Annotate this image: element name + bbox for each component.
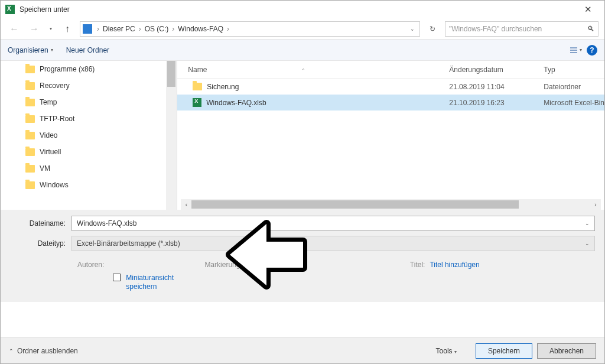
view-options-button[interactable]: ▾ bbox=[568, 43, 583, 58]
horizontal-scrollbar[interactable]: ‹ › bbox=[181, 199, 601, 210]
nav-row: ← → ▾ ↑ › Dieser PC › OS (C:) › Windows-… bbox=[1, 18, 604, 40]
file-date: 21.10.2019 16:23 bbox=[449, 99, 544, 107]
excel-file-icon bbox=[193, 98, 201, 107]
filetype-label: Dateityp: bbox=[10, 239, 71, 248]
folder-icon bbox=[193, 83, 202, 90]
hide-folders-button[interactable]: ⌃ Ordner ausblenden bbox=[9, 347, 78, 355]
folder-icon bbox=[25, 82, 35, 90]
scrollbar-thumb[interactable] bbox=[167, 61, 175, 87]
arrow-right-icon: → bbox=[30, 24, 39, 34]
breadcrumb-item[interactable]: OS (C:) bbox=[144, 25, 170, 33]
folder-icon bbox=[25, 132, 35, 139]
bottom-bar: ⌃ Ordner ausblenden Tools ▾ Speichern Ab… bbox=[1, 337, 604, 363]
tags-label: Markierungen bbox=[204, 261, 248, 269]
tree-item-label: VM bbox=[40, 164, 50, 173]
new-folder-label: Neuer Ordner bbox=[66, 46, 109, 54]
folder-icon bbox=[25, 181, 35, 189]
folder-icon bbox=[25, 115, 35, 123]
title-add-link[interactable]: Titel hinzufügen bbox=[430, 261, 479, 269]
sort-indicator-icon: ⌃ bbox=[301, 68, 305, 73]
file-list: Name⌃ Änderungsdatum Typ Sicherung 21.08… bbox=[177, 61, 604, 210]
tree-item[interactable]: Windows bbox=[1, 177, 177, 193]
tree-scrollbar[interactable] bbox=[166, 61, 177, 210]
tree-item-label: Windows bbox=[40, 181, 69, 189]
tags-add-link[interactable]: rung hinzufügen bbox=[253, 261, 304, 269]
titlebar: Speichern unter ✕ bbox=[1, 1, 604, 18]
tree-item[interactable]: TFTP-Root bbox=[1, 110, 177, 127]
file-type: Microsoft Excel-Bin bbox=[544, 99, 604, 107]
file-name: Sicherung bbox=[207, 83, 239, 91]
pc-icon bbox=[83, 24, 92, 34]
chevron-up-icon: ⌃ bbox=[9, 348, 14, 354]
new-folder-button[interactable]: Neuer Ordner bbox=[66, 46, 109, 54]
refresh-icon: ↻ bbox=[430, 25, 435, 33]
cancel-button[interactable]: Abbrechen bbox=[537, 343, 596, 359]
forward-button[interactable]: → bbox=[27, 21, 42, 37]
refresh-button[interactable]: ↻ bbox=[425, 21, 440, 37]
breadcrumb-item[interactable]: Windows-FAQ bbox=[177, 25, 225, 33]
column-date[interactable]: Änderungsdatum bbox=[449, 66, 544, 74]
filetype-value: Excel-Binärarbeitsmappe (*.xlsb) bbox=[77, 239, 180, 248]
organize-label: Organisieren bbox=[8, 46, 48, 54]
search-input[interactable]: "Windows-FAQ" durchsuchen 🔍︎ bbox=[445, 21, 599, 37]
column-type[interactable]: Typ bbox=[544, 66, 604, 74]
tree-item-label: TFTP-Root bbox=[40, 115, 74, 123]
filename-value: Windows-FAQ.xlsb bbox=[77, 219, 136, 228]
chevron-down-icon[interactable]: ⌄ bbox=[410, 26, 417, 32]
filetype-select[interactable]: Excel-Binärarbeitsmappe (*.xlsb) ⌄ bbox=[71, 236, 595, 251]
column-headers: Name⌃ Änderungsdatum Typ bbox=[177, 61, 604, 79]
list-view-icon bbox=[569, 46, 580, 54]
tree-item-label: Virtuell bbox=[40, 148, 61, 156]
tree-item[interactable]: Video bbox=[1, 127, 177, 144]
column-name[interactable]: Name⌃ bbox=[177, 66, 449, 74]
chevron-down-icon: ▾ bbox=[580, 47, 582, 53]
excel-app-icon bbox=[5, 5, 15, 14]
file-row[interactable]: Windows-FAQ.xlsb 21.10.2019 16:23 Micros… bbox=[177, 95, 604, 110]
folder-icon bbox=[25, 66, 35, 73]
chevron-right-icon: › bbox=[225, 25, 232, 33]
close-icon[interactable]: ✕ bbox=[576, 4, 600, 15]
chevron-down-icon: ▾ bbox=[51, 47, 53, 53]
up-button[interactable]: ↑ bbox=[60, 21, 75, 37]
body: Programme (x86) Recovery Temp TFTP-Root … bbox=[1, 61, 604, 210]
breadcrumb-item[interactable]: Dieser PC bbox=[102, 25, 136, 33]
tree-item-label: Programme (x86) bbox=[40, 65, 95, 73]
save-button[interactable]: Speichern bbox=[476, 343, 532, 359]
history-dropdown[interactable]: ▾ bbox=[47, 21, 55, 37]
breadcrumb[interactable]: › Dieser PC › OS (C:) › Windows-FAQ › ⌄ bbox=[80, 21, 420, 37]
tree-item[interactable]: VM bbox=[1, 160, 177, 177]
tools-label: Tools bbox=[436, 347, 453, 355]
folder-icon bbox=[25, 99, 35, 106]
tree-item[interactable]: Virtuell bbox=[1, 144, 177, 160]
chevron-down-icon[interactable]: ⌄ bbox=[585, 240, 590, 246]
organize-menu[interactable]: Organisieren ▾ bbox=[8, 46, 53, 54]
file-row[interactable]: Sicherung 21.08.2019 11:04 Dateiordner bbox=[177, 79, 604, 95]
tree-item[interactable]: Temp bbox=[1, 94, 177, 110]
chevron-down-icon[interactable]: ⌄ bbox=[585, 220, 590, 226]
thumbnail-checkbox[interactable] bbox=[113, 274, 121, 281]
scrollbar-thumb[interactable] bbox=[191, 200, 518, 209]
filename-input[interactable]: Windows-FAQ.xlsb ⌄ bbox=[71, 216, 595, 231]
scroll-left-icon[interactable]: ‹ bbox=[181, 199, 191, 210]
folder-tree[interactable]: Programme (x86) Recovery Temp TFTP-Root … bbox=[1, 61, 177, 210]
chevron-down-icon: ▾ bbox=[454, 349, 457, 355]
back-button[interactable]: ← bbox=[6, 21, 22, 37]
save-as-dialog: Speichern unter ✕ ← → ▾ ↑ › Dieser PC › … bbox=[0, 0, 605, 364]
tree-item-label: Temp bbox=[40, 98, 57, 106]
toolbar: Organisieren ▾ Neuer Ordner ▾ ? bbox=[1, 40, 604, 61]
thumbnail-label: Miniaturansicht speichern bbox=[126, 274, 174, 291]
arrow-up-icon: ↑ bbox=[65, 24, 70, 34]
help-button[interactable]: ? bbox=[587, 45, 597, 56]
tree-item[interactable]: Programme (x86) bbox=[1, 61, 177, 77]
thumbnail-row: Miniaturansicht speichern bbox=[10, 271, 595, 298]
folder-icon bbox=[25, 148, 35, 156]
tools-menu[interactable]: Tools ▾ bbox=[436, 347, 457, 355]
search-placeholder: "Windows-FAQ" durchsuchen bbox=[449, 25, 587, 33]
tree-item-label: Recovery bbox=[40, 82, 70, 90]
scroll-right-icon[interactable]: › bbox=[590, 199, 601, 210]
tree-item[interactable]: Recovery bbox=[1, 77, 177, 94]
chevron-right-icon: › bbox=[95, 25, 102, 33]
hide-folders-label: Ordner ausblenden bbox=[17, 347, 78, 355]
scroll-track[interactable] bbox=[191, 199, 590, 210]
file-name: Windows-FAQ.xlsb bbox=[206, 99, 266, 107]
